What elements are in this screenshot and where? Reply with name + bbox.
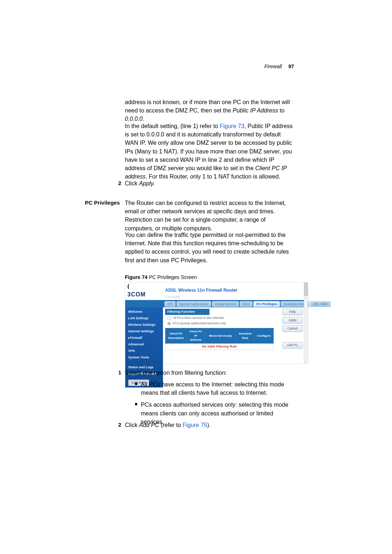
sidebar-item-firewall[interactable]: Firewall <box>128 336 161 340</box>
bullet-icon <box>135 403 137 405</box>
addpc-button[interactable]: Add PC <box>282 342 303 349</box>
radio-icon <box>167 316 171 320</box>
pc-privileges-p2: You can define the traffic type permitte… <box>125 231 294 270</box>
sidebar-item-internet[interactable]: Internet Settings <box>128 329 161 334</box>
tab-row: SPI Special Applications Virtual Servers… <box>125 301 304 307</box>
running-header-section: Firewall <box>264 63 282 69</box>
tab-virtual[interactable]: Virtual Servers <box>212 301 239 307</box>
cancel-button[interactable]: Cancel <box>282 325 303 332</box>
tab-spi[interactable]: SPI <box>164 301 176 307</box>
brand-text: 3COM <box>127 290 161 299</box>
col-configure: Configure <box>254 328 274 344</box>
radio-allpcs-label: All PCs have access to the Internet <box>173 316 224 320</box>
step-number-1: 1 <box>116 369 121 377</box>
dmz-para2: In the default setting, (line 1) refer t… <box>125 122 294 186</box>
step-number-2: 2 <box>116 421 121 429</box>
radio-icon <box>167 322 171 325</box>
col-clientdesc: Client PC Description <box>166 328 187 344</box>
sidebar-item-advanced[interactable]: Advanced <box>128 342 161 347</box>
figure73-link[interactable]: Figure 73 <box>220 123 244 129</box>
logo: ⦅ 3COM <box>127 282 161 300</box>
bullet-icon <box>135 383 137 385</box>
step2-text: Click Add PC (refer to Figure 75). <box>125 421 294 435</box>
help-button[interactable]: Help <box>282 309 303 315</box>
tab-urlfilter[interactable]: URL Filter <box>310 301 331 307</box>
tab-pcpriv[interactable]: PC Privileges <box>253 301 280 307</box>
sidebar-item-wireless[interactable]: Wireless Settings <box>128 323 161 327</box>
col-clientip: Client PC IP Address <box>187 328 205 344</box>
sidebar-item-tools[interactable]: System Tools <box>128 355 161 360</box>
sidebar-item-lan[interactable]: LAN Settings <box>128 316 161 321</box>
sidebar-item-welcome[interactable]: Welcome <box>128 309 161 314</box>
page-number: 97 <box>288 63 294 69</box>
sidebar-item-vpn[interactable]: VPN <box>128 349 161 353</box>
sidehead-pc-privileges: PC Privileges <box>76 199 120 207</box>
bullet-1: All PCs have access to the Internet: sel… <box>135 380 294 397</box>
panel-heading: Filtering Function <box>165 309 209 315</box>
router-title-col: ADSL Wireless 11n Firewall Router Firewa… <box>165 287 303 300</box>
rules-table: Client PC Description Client PC IP Addre… <box>165 328 274 350</box>
router-header: ⦅ 3COM ADSL Wireless 11n Firewall Router… <box>125 283 308 301</box>
col-schedule: Schedule Rule <box>236 328 254 344</box>
logo-swoosh-icon: ⦅ <box>127 282 161 290</box>
figure74-router-ui: ⦅ 3COM ADSL Wireless 11n Firewall Router… <box>125 282 308 364</box>
radio-authorised[interactable]: PCs access authorised services only <box>167 321 274 326</box>
page: Firewall97 address is not known, or if m… <box>0 0 392 554</box>
no-rule-row: No Valid Filtering Rule <box>166 343 274 350</box>
step-applyclick: Click Apply. <box>125 179 294 193</box>
step-number-applyclick: 2 <box>116 179 121 187</box>
scrollbar-thumb[interactable] <box>304 283 308 296</box>
col-block: Block Service(s) <box>205 328 236 344</box>
running-header: Firewall97 <box>264 63 294 70</box>
radio-authorised-label: PCs access authorised services only <box>173 321 226 326</box>
figure74-caption: Figure 74 PC Privileges Screen <box>125 274 294 281</box>
radio-allpcs[interactable]: All PCs have access to the Internet <box>167 316 274 320</box>
tab-special[interactable]: Special Applications <box>176 301 211 307</box>
figure75-link[interactable]: Figure 75 <box>183 422 207 428</box>
product-name: ADSL Wireless 11n Firewall Router <box>165 287 303 294</box>
apply-button[interactable]: Apply <box>282 317 303 324</box>
tab-dmz[interactable]: DMZ <box>240 301 253 307</box>
section-name: Firewall <box>165 294 303 300</box>
